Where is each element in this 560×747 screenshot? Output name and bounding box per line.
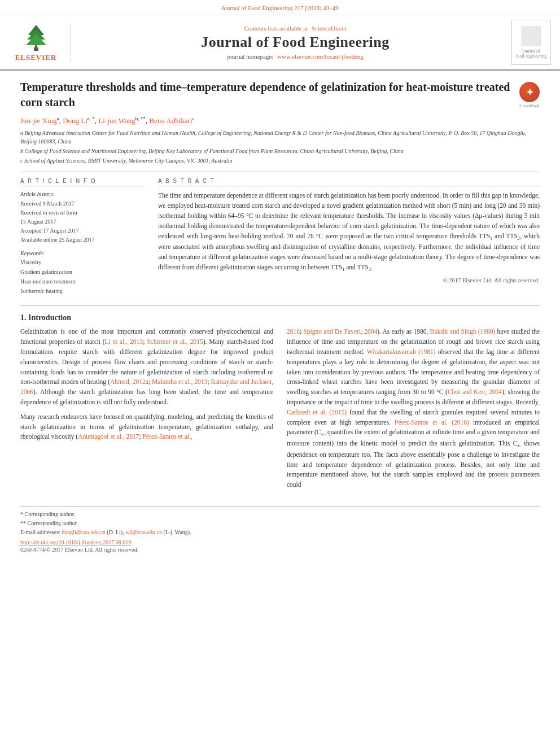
keywords-title: Keywords: (20, 250, 145, 256)
author-wang[interactable]: Li-jun Wang (98, 116, 135, 125)
ref-anuntagool2017[interactable]: Anuntagool et al., 2017 (78, 433, 139, 440)
crossmark-label: CrossMark (519, 103, 540, 108)
ref-bakshi1980[interactable]: Bakshi and Singh (1980) (430, 328, 496, 335)
body-para-2: Many research endeavors have focused on … (20, 412, 273, 442)
ref-carlstedt2015[interactable]: Carlstedt et al. (2015) (287, 409, 347, 416)
ref-perezsantos2016b[interactable]: Pérez-Santos et al. (2016) (395, 419, 469, 426)
article-history-title: Article history: (20, 191, 145, 197)
body-left-col: Gelatinization is one of the most import… (20, 327, 273, 495)
corresponding-note-1: * Corresponding author. (20, 510, 540, 519)
article-area: Temperature thresholds and time–temperat… (0, 71, 560, 556)
crossmark: ✦ CrossMark (519, 82, 540, 108)
body-section: 1. Introduction Gelatinization is one of… (20, 313, 540, 495)
keyword-2: Gradient gelatinization (20, 267, 145, 277)
doi-line: http://dx.doi.org/10.1016/j.jfoodeng.201… (20, 539, 540, 545)
top-bar: Journal of Food Engineering 217 (2018) 4… (0, 0, 560, 15)
article-title: Temperature thresholds and time–temperat… (20, 80, 511, 110)
email2-person: L-j. Wang (165, 529, 188, 535)
email2-link[interactable]: wlj@cau.edu.cn (125, 529, 162, 535)
abstract-col: A B S T R A C T The time and temperature… (158, 178, 540, 296)
body-para-right-1: 2016; Spigno and De Faveri, 2004). As ea… (287, 327, 540, 490)
author-adhikari[interactable]: Benu Adhikari (149, 116, 192, 125)
received-date: Received 9 March 2017 (20, 199, 145, 208)
keywords-block: Keywords: Viscosity Gradient gelatinizat… (20, 250, 145, 296)
homepage-url[interactable]: www.elsevier.com/locate/jfoodeng (277, 53, 364, 60)
section-divider-1 (20, 172, 540, 172)
received-revised-date: 15 August 2017 (20, 217, 145, 226)
journal-thumbnail: journal offood engineering (511, 20, 551, 65)
keyword-4: Isothermic heating (20, 286, 145, 296)
body-right-col: 2016; Spigno and De Faveri, 2004). As ea… (287, 327, 540, 495)
email1-link[interactable]: dongli@cau.edu.cn (62, 529, 106, 535)
article-info-heading: A R T I C L E I N F O (20, 178, 145, 186)
elsevier-tree-icon (16, 23, 56, 52)
article-info-col: A R T I C L E I N F O Article history: R… (20, 178, 145, 296)
ref-malumba2013[interactable]: Malumba et al., 2013 (152, 378, 207, 385)
copyright-line: © 2017 Elsevier Ltd. All rights reserved… (158, 277, 540, 283)
article-title-block: Temperature thresholds and time–temperat… (20, 80, 540, 110)
journal-center: Contents lists available at ScienceDirec… (79, 25, 511, 60)
affiliation-b: b College of Food Science and Nutritiona… (20, 147, 540, 155)
svg-rect-0 (34, 47, 38, 51)
info-abstract-cols: A R T I C L E I N F O Article history: R… (20, 178, 540, 296)
affiliation-c: c School of Applied Sciences, RMIT Unive… (20, 156, 540, 165)
journal-header: ELSEVIER Contents lists available at Sci… (0, 15, 560, 71)
available-online-date: Available online 25 August 2017 (20, 235, 145, 244)
journal-issue-link[interactable]: Journal of Food Engineering 217 (2018) 4… (221, 5, 339, 11)
doi-link[interactable]: http://dx.doi.org/10.1016/j.jfoodeng.201… (20, 539, 131, 545)
section1-title: 1. Introduction (20, 313, 540, 322)
journal-thumb-image (521, 26, 541, 46)
rights-line: 0260-8774/© 2017 Elsevier Ltd. All right… (20, 547, 540, 553)
ref-li2013[interactable]: Li et al., 2013 (105, 338, 143, 345)
received-revised-label: Received in revised form (20, 208, 145, 217)
body-para-1: Gelatinization is one of the most import… (20, 327, 273, 408)
keyword-1: Viscosity (20, 257, 145, 267)
author-xing[interactable]: Jun-jie Xing (20, 116, 57, 125)
footer-notes: * Corresponding author. ** Corresponding… (20, 506, 540, 556)
body-two-col: Gelatinization is one of the most import… (20, 327, 540, 495)
email-label: E-mail addresses: (20, 529, 60, 535)
ref-perezsantos2016a[interactable]: Pérez-Santos et al., (143, 433, 193, 440)
abstract-text: The time and temperature dependence at d… (158, 191, 540, 273)
ref-2016[interactable]: 2016 (287, 328, 300, 335)
homepage-line: journal homepage: www.elsevier.com/locat… (79, 53, 511, 60)
affiliations: a Beijing Advanced Innovation Center for… (20, 129, 540, 165)
journal-title: Journal of Food Engineering (79, 34, 511, 51)
affiliation-a: a Beijing Advanced Innovation Center for… (20, 129, 540, 146)
homepage-label: journal homepage: (227, 53, 273, 60)
keyword-3: Heat-moisture treatment (20, 277, 145, 286)
science-direct-prefix: Contents lists available at (244, 25, 308, 32)
journal-thumb-label: journal offood engineering (516, 49, 546, 59)
ref-ahmed2012[interactable]: Ahmed, 2012a (110, 378, 148, 385)
ref-schirmer2015[interactable]: Schirmer et al., 2015 (147, 338, 203, 345)
ref-wirakarta1981[interactable]: Wirakartakusumah (1981) (367, 348, 436, 355)
elsevier-logo-block: ELSEVIER (9, 23, 71, 62)
science-direct-line: Contents lists available at ScienceDirec… (79, 25, 511, 32)
abstract-heading: A B S T R A C T (158, 178, 540, 186)
section-divider-2 (20, 305, 540, 305)
authors-line: Jun-jie Xinga, Dong Lia, *, Li-jun Wangb… (20, 116, 540, 125)
elsevier-label: ELSEVIER (15, 53, 57, 62)
author-li[interactable]: Dong Li (63, 116, 88, 125)
accepted-date: Accepted 17 August 2017 (20, 226, 145, 235)
corresponding-note-2: ** Corresponding author. (20, 519, 540, 528)
email-line: E-mail addresses: dongli@cau.edu.cn (D. … (20, 528, 540, 537)
ref-choi2004[interactable]: Choi and Kerr, 2004 (448, 388, 502, 395)
ref-spigno2004[interactable]: Spigno and De Faveri, 2004 (303, 328, 377, 335)
science-direct-name: ScienceDirect (312, 25, 347, 32)
email1-person: D. Li (109, 529, 121, 535)
crossmark-icon: ✦ (519, 82, 540, 102)
